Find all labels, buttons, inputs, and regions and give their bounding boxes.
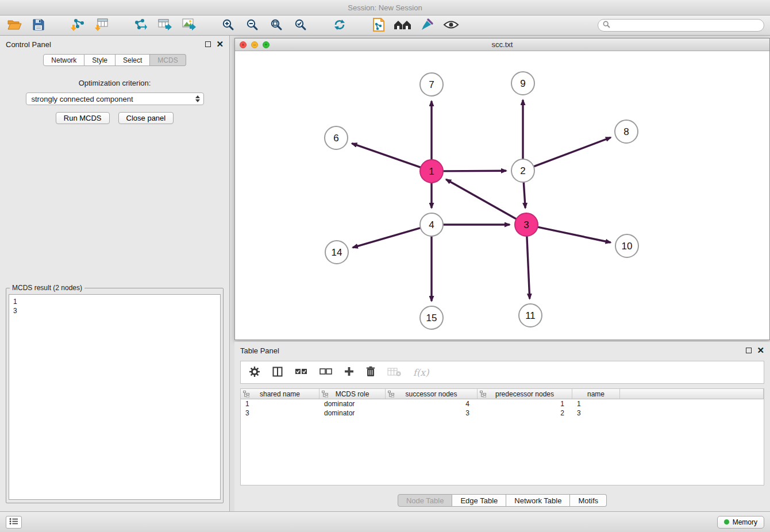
close-window-icon[interactable]: × bbox=[240, 41, 247, 48]
mcds-result-title: MCDS result (2 nodes) bbox=[10, 284, 84, 292]
graph-edge-1-2[interactable] bbox=[443, 171, 506, 171]
window-titlebar[interactable]: Session: New Session bbox=[0, 0, 770, 16]
delete-table-icon bbox=[387, 367, 401, 378]
import-table-icon bbox=[94, 18, 109, 33]
refresh-icon bbox=[333, 19, 346, 32]
save-floppy-icon bbox=[32, 18, 45, 33]
tab-edge-table[interactable]: Edge Table bbox=[452, 494, 506, 507]
zoom-selected-button[interactable] bbox=[292, 17, 309, 33]
graph-node-1[interactable]: 1 bbox=[420, 160, 443, 183]
tab-motifs[interactable]: Motifs bbox=[570, 494, 607, 507]
optimization-criterion-label: Optimization criterion: bbox=[0, 79, 229, 87]
export-image-button[interactable] bbox=[180, 17, 198, 33]
tab-network[interactable]: Network bbox=[43, 54, 84, 66]
column-header-mcds-role[interactable]: MCDS role bbox=[319, 389, 386, 399]
show-hide-button[interactable] bbox=[442, 17, 460, 33]
close-panel-icon[interactable]: ✕ bbox=[216, 41, 224, 47]
first-neighbors-button[interactable] bbox=[394, 17, 411, 33]
graph-edge-4-14[interactable] bbox=[353, 228, 421, 248]
tab-style[interactable]: Style bbox=[84, 54, 116, 66]
delete-column-button[interactable] bbox=[366, 365, 375, 380]
mcds-result-list[interactable]: 1 3 bbox=[9, 294, 221, 500]
graph-edge-3-1[interactable] bbox=[446, 179, 516, 219]
graph-edge-3-10[interactable] bbox=[538, 227, 611, 242]
graph-edge-2-8[interactable] bbox=[534, 137, 611, 167]
search-icon bbox=[603, 20, 610, 30]
graph-node-15[interactable]: 15 bbox=[420, 306, 443, 329]
houses-icon bbox=[394, 19, 412, 32]
deselect-all-columns-button[interactable] bbox=[319, 365, 332, 380]
graph-edge-2-3[interactable] bbox=[523, 182, 525, 208]
float-panel-icon[interactable] bbox=[205, 41, 211, 47]
cell-predecessor-nodes: 2 bbox=[478, 408, 572, 418]
window-title: Session: New Session bbox=[348, 3, 422, 12]
delete-table-button[interactable] bbox=[387, 365, 401, 380]
graph-node-3[interactable]: 3 bbox=[515, 213, 538, 236]
network-window-titlebar[interactable]: × − + scc.txt bbox=[235, 38, 769, 51]
clone-network-button[interactable] bbox=[370, 17, 387, 33]
export-table-button[interactable] bbox=[156, 17, 174, 33]
close-panel-button[interactable]: Close panel bbox=[118, 112, 174, 124]
paintbrush-icon bbox=[420, 18, 434, 33]
control-panel-tabs: Network Style Select MCDS bbox=[0, 54, 229, 66]
search-box[interactable] bbox=[598, 19, 764, 32]
style-button[interactable] bbox=[418, 17, 436, 33]
table-panel: Table Panel ✕ bbox=[234, 342, 770, 511]
network-graph[interactable]: 7968124314101511 bbox=[235, 51, 769, 340]
network-view-window: × − + scc.txt 7968124314101511 bbox=[234, 38, 770, 340]
column-header-predecessor-nodes[interactable]: predecessor nodes bbox=[478, 389, 572, 399]
float-table-panel-icon[interactable] bbox=[746, 348, 752, 353]
export-network-button[interactable] bbox=[132, 17, 149, 33]
function-builder-button[interactable]: f(x) bbox=[413, 365, 429, 380]
select-all-columns-button[interactable] bbox=[295, 365, 307, 380]
sort-icon bbox=[480, 391, 486, 399]
tab-node-table[interactable]: Node Table bbox=[398, 494, 453, 507]
graph-edge-1-6[interactable] bbox=[352, 144, 421, 168]
import-network-button[interactable] bbox=[69, 17, 86, 33]
save-session-button[interactable] bbox=[30, 17, 47, 33]
show-columns-button[interactable] bbox=[272, 365, 283, 380]
zoom-fit-icon bbox=[270, 18, 283, 33]
cell-mcds-role: dominator bbox=[319, 399, 386, 408]
graph-node-10[interactable]: 10 bbox=[615, 234, 638, 257]
graph-node-7[interactable]: 7 bbox=[420, 73, 443, 96]
refresh-button[interactable] bbox=[331, 17, 348, 33]
graph-node-8[interactable]: 8 bbox=[615, 120, 638, 143]
minimize-window-icon[interactable]: − bbox=[251, 41, 258, 48]
task-history-button[interactable] bbox=[6, 516, 22, 529]
graph-node-9[interactable]: 9 bbox=[511, 72, 534, 95]
column-header-shared-name[interactable]: shared name bbox=[241, 389, 319, 399]
zoom-out-button[interactable] bbox=[244, 17, 261, 33]
graph-node-11[interactable]: 11 bbox=[519, 304, 542, 327]
table-settings-button[interactable] bbox=[249, 365, 260, 380]
open-file-button[interactable] bbox=[6, 17, 23, 33]
export-table-icon bbox=[157, 18, 172, 33]
zoom-in-button[interactable] bbox=[220, 17, 237, 33]
search-input[interactable] bbox=[613, 21, 759, 29]
memory-button[interactable]: Memory bbox=[717, 516, 764, 529]
column-header-successor-nodes[interactable]: successor nodes bbox=[386, 389, 478, 399]
import-table-button[interactable] bbox=[93, 17, 110, 33]
svg-text:3: 3 bbox=[523, 219, 529, 230]
maximize-window-icon[interactable]: + bbox=[263, 41, 270, 48]
import-network-icon bbox=[70, 18, 85, 33]
graph-node-2[interactable]: 2 bbox=[511, 159, 534, 182]
close-table-panel-icon[interactable]: ✕ bbox=[757, 348, 764, 353]
run-mcds-button[interactable]: Run MCDS bbox=[56, 112, 110, 124]
graph-node-6[interactable]: 6 bbox=[325, 126, 348, 149]
graph-node-14[interactable]: 14 bbox=[325, 241, 348, 264]
open-folder-icon bbox=[7, 19, 22, 32]
tab-network-table[interactable]: Network Table bbox=[506, 494, 570, 507]
tab-select[interactable]: Select bbox=[116, 54, 150, 66]
graph-edge-3-11[interactable] bbox=[527, 236, 530, 299]
zoom-fit-button[interactable] bbox=[268, 17, 285, 33]
table-row[interactable]: 3 dominator 3 2 3 bbox=[241, 408, 764, 418]
graph-node-4[interactable]: 4 bbox=[420, 213, 443, 236]
network-canvas[interactable]: 7968124314101511 bbox=[235, 51, 769, 340]
add-column-button[interactable] bbox=[344, 365, 354, 380]
column-header-name[interactable]: name bbox=[572, 389, 620, 399]
table-row[interactable]: 1 dominator 4 1 1 bbox=[241, 399, 764, 408]
optimization-criterion-select[interactable]: strongly connected component bbox=[26, 92, 204, 105]
tab-mcds[interactable]: MCDS bbox=[150, 54, 186, 66]
clone-network-icon bbox=[372, 17, 386, 34]
